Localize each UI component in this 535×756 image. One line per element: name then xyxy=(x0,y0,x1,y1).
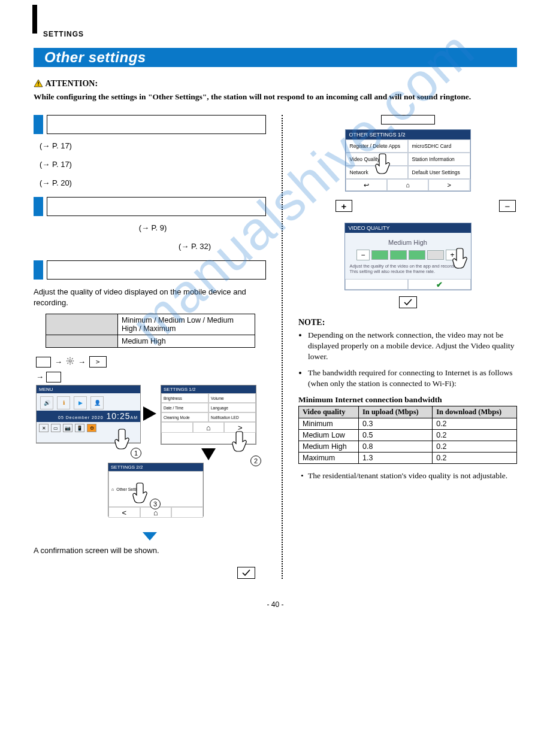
left-column: (→ P. 17) (→ P. 17) (→ P. 20) (→ P. 9) (… xyxy=(34,115,266,579)
vq-seg-1 xyxy=(371,250,388,260)
minus-icon-box: − xyxy=(499,200,516,212)
vq-seg-2 xyxy=(390,250,407,260)
other-settings-title: OTHER SETTINGS 1/2 xyxy=(346,130,470,139)
menu-title: MENU xyxy=(37,385,140,393)
back-icon: ↩ xyxy=(346,179,387,191)
settings1-title: SETTINGS 1/2 xyxy=(161,385,256,393)
note-item-1: Depending on the network connection, the… xyxy=(308,330,517,363)
check-icon-box xyxy=(237,567,255,579)
page-heading-text: Other settings xyxy=(34,47,517,66)
home-icon: ⌂ xyxy=(111,487,114,491)
table-row: Minimum0.30.2 xyxy=(299,418,517,430)
section-tag: SETTINGS xyxy=(43,12,517,38)
vq-current-label: Medium High xyxy=(349,236,467,250)
note-final: The residential/tenant station's video q… xyxy=(298,471,517,481)
back-icon xyxy=(161,422,193,433)
step-chip-1 xyxy=(36,357,51,368)
attention-line: ATTENTION: xyxy=(34,79,517,90)
play-icon: ▶ xyxy=(74,396,87,409)
microsdhc-item: microSDHC Card xyxy=(408,139,470,153)
page-number: - 40 - xyxy=(34,600,517,609)
step-chip-2 xyxy=(46,372,61,382)
bw-header-quality: Video quality xyxy=(299,406,359,418)
cleaning-item: Cleaning Mode xyxy=(161,412,208,422)
warning-icon xyxy=(34,79,43,90)
brightness-item: Brightness xyxy=(161,393,208,403)
svg-line-10 xyxy=(72,359,73,360)
home-icon: ⌂ xyxy=(387,179,428,191)
notif-led-item: Notification LED xyxy=(208,412,256,422)
page-ref-2: (→ P. 17) xyxy=(40,160,266,169)
hand-pointer-icon xyxy=(231,429,253,458)
gear-icon: ⚙ xyxy=(87,424,96,432)
note-title: NOTE: xyxy=(298,318,517,327)
close-icon: ✕ xyxy=(39,424,49,432)
attention-label: ATTENTION: xyxy=(46,79,98,88)
page-ref-5: (→ P. 32) xyxy=(123,242,266,251)
station-info-item: Station Information xyxy=(408,153,470,166)
bandwidth-table: Video quality In upload (Mbps) In downlo… xyxy=(298,406,517,464)
step-row: → → > xyxy=(36,356,266,368)
step-number-1: 1 xyxy=(131,448,141,459)
video-quality-settings-table: Minimum / Medium Low / Medium High / Max… xyxy=(46,314,255,348)
note-item-2: The bandwidth required for connecting to… xyxy=(308,368,517,389)
table-row: Medium High0.80.2 xyxy=(299,441,517,453)
sub-heading-3 xyxy=(34,260,266,280)
minus-button: − xyxy=(356,250,370,260)
vq-desc: Adjust the quality of the video on the a… xyxy=(349,260,467,275)
account-icon: 👤 xyxy=(90,396,104,409)
vq-seg-3 xyxy=(409,250,425,260)
svg-point-3 xyxy=(69,360,71,362)
step-number-3: 3 xyxy=(150,499,161,509)
sub-heading-1 xyxy=(34,115,266,134)
settings2-title: SETTINGS 2/2 xyxy=(108,463,203,471)
speaker-icon: 🔊 xyxy=(40,396,53,409)
arrow-right-icon xyxy=(143,406,156,421)
page-ref-3: (→ P. 20) xyxy=(40,178,266,187)
svg-line-11 xyxy=(68,363,69,364)
step-number-2: 2 xyxy=(250,456,261,466)
next-icon-chip: > xyxy=(89,356,107,368)
default-user-settings-item: Default User Settings xyxy=(408,166,470,179)
hand-pointer-icon xyxy=(374,151,396,180)
table-row: Medium Low0.50.2 xyxy=(299,430,517,441)
gear-icon xyxy=(66,357,74,367)
chevron-down-icon xyxy=(143,532,157,541)
svg-line-9 xyxy=(72,363,73,364)
vq-settings-label-cell xyxy=(46,314,118,335)
arrow-down-icon xyxy=(201,448,216,460)
bandwidth-table-title: Minimum Internet connection bandwidth xyxy=(298,395,517,405)
attention-text: While configuring the settings in "Other… xyxy=(34,92,517,102)
page-heading-ribbon: Other settings xyxy=(34,47,517,68)
video-quality-panel-mock: VIDEO QUALITY Medium High − + Adjust the… xyxy=(344,223,471,290)
plus-minus-row: + − xyxy=(298,200,517,212)
language-item: Language xyxy=(208,403,256,412)
laptop-icon: ▭ xyxy=(51,424,61,432)
check-icon-box xyxy=(399,296,417,308)
camera-icon: 📷 xyxy=(63,424,72,432)
vq-seg-4 xyxy=(427,250,444,260)
page-ref-4: (→ P. 9) xyxy=(40,223,266,232)
page-ref-1: (→ P. 17) xyxy=(40,141,266,150)
back-icon xyxy=(345,279,408,290)
clock-strip: 05 December 2020 10:25AM xyxy=(37,411,140,422)
right-column: OTHER SETTINGS 1/2 Register / Delete App… xyxy=(298,115,517,579)
table-row: Maximum1.30.2 xyxy=(299,453,517,464)
hand-pointer-icon xyxy=(452,246,473,275)
note-list: Depending on the network connection, the… xyxy=(298,330,517,389)
next-icon-disabled xyxy=(171,507,203,518)
volume-item: Volume xyxy=(208,393,256,403)
device-screens-diagram: MENU 🔊 ℹ ▶ 👤 05 December 2020 10:25AM ✕ xyxy=(36,385,266,529)
home-icon: ⌂ xyxy=(193,422,225,433)
confirmation-text: A conﬁrmation screen will be shown. xyxy=(34,545,266,556)
register-delete-apps-item: Register / Delete Apps xyxy=(346,139,408,153)
column-divider xyxy=(282,115,283,579)
next-icon: > xyxy=(428,179,470,191)
plus-icon-box: + xyxy=(335,200,352,212)
svg-rect-1 xyxy=(38,82,38,84)
video-quality-intro: Adjust the quality of video displayed on… xyxy=(34,287,266,308)
sub-heading-2 xyxy=(34,197,266,216)
svg-line-8 xyxy=(68,359,69,360)
datetime-item: Date / Time xyxy=(161,403,208,412)
phone-icon: 📱 xyxy=(75,424,84,432)
